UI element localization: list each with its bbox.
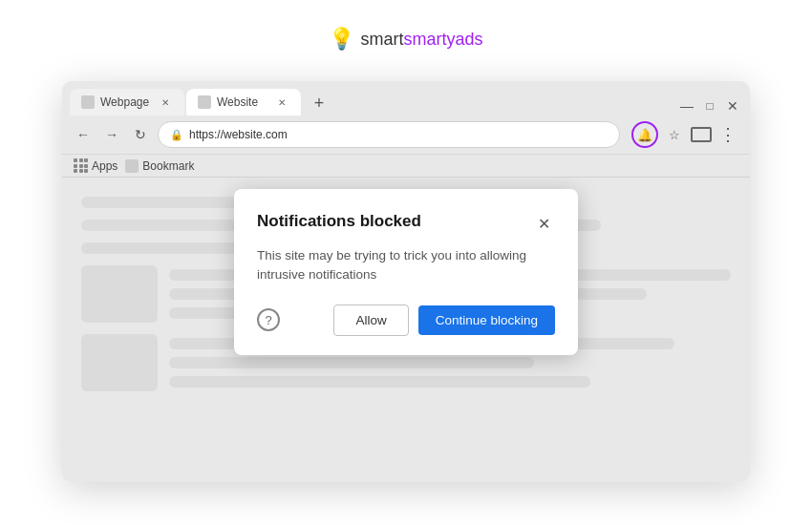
maximize-button[interactable]: □ (700, 96, 719, 116)
logo-area: 💡 smartsmartyads (329, 27, 482, 52)
skeleton-line-8 (169, 357, 534, 368)
apps-button[interactable]: Apps (74, 158, 118, 173)
star-icon[interactable]: ☆ (662, 122, 687, 147)
tab-close-website[interactable]: ✕ (274, 94, 289, 110)
skeleton-img-2 (81, 334, 158, 391)
skeleton-line-9 (169, 376, 590, 388)
browser-content: Notifications blocked ✕ This site may be… (62, 178, 750, 482)
popup-header: Notifications blocked ✕ (257, 212, 555, 235)
popup-close-button[interactable]: ✕ (532, 212, 555, 235)
help-icon[interactable]: ? (257, 308, 280, 331)
close-button[interactable]: ✕ (723, 96, 742, 116)
tab-webpage[interactable]: Webpage ✕ (70, 89, 184, 116)
new-tab-button[interactable]: + (307, 91, 331, 116)
logo-icon: 💡 (329, 27, 354, 52)
apps-label: Apps (92, 159, 118, 173)
bookmark-button[interactable]: Bookmark (125, 159, 194, 173)
bookmark-label: Bookmark (142, 159, 194, 173)
popup-body: This site may be trying to trick you int… (257, 246, 555, 285)
logo-text: smartsmartyads (360, 30, 482, 50)
reload-button[interactable]: ↻ (129, 123, 152, 146)
address-bar-row: ← → ↻ 🔒 https://website.com 🔔 ☆ ⋮ (62, 116, 750, 154)
browser-actions: 🔔 ☆ ⋮ (631, 121, 740, 148)
allow-button[interactable]: Allow (333, 304, 408, 336)
notification-popup: Notifications blocked ✕ This site may be… (234, 189, 578, 355)
bookmark-favicon (125, 159, 139, 173)
lock-icon: 🔒 (170, 129, 183, 141)
bookmarks-bar: Apps Bookmark (62, 154, 750, 177)
popup-title: Notifications blocked (257, 212, 421, 231)
forward-button[interactable]: → (100, 123, 123, 146)
tab-bar: Webpage ✕ Website ✕ + — □ (62, 81, 750, 116)
notifications-blocked-icon[interactable]: 🔔 (631, 121, 658, 148)
browser-window: Webpage ✕ Website ✕ + — □ (62, 81, 750, 482)
continue-blocking-button[interactable]: Continue blocking (418, 305, 555, 335)
tab-website[interactable]: Website ✕ (186, 89, 301, 116)
back-button[interactable]: ← (72, 123, 95, 146)
more-button[interactable]: ⋮ (716, 122, 740, 147)
apps-grid-icon (74, 158, 88, 173)
cast-icon[interactable] (691, 127, 712, 142)
page-wrapper: 💡 smartsmartyads Webpage ✕ Website ✕ (0, 0, 812, 525)
address-text: https://website.com (189, 128, 288, 141)
tab-title-webpage: Webpage (100, 95, 152, 109)
browser-chrome: Webpage ✕ Website ✕ + — □ (62, 81, 750, 178)
popup-actions: ? Allow Continue blocking (257, 304, 555, 336)
minimize-button[interactable]: — (677, 96, 696, 116)
tab-close-webpage[interactable]: ✕ (158, 94, 173, 110)
tab-title-website: Website (217, 95, 268, 109)
skeleton-img-1 (81, 265, 158, 323)
tab-favicon-2 (198, 95, 211, 109)
window-controls: — □ ✕ (677, 96, 742, 116)
address-bar[interactable]: 🔒 https://website.com (158, 121, 620, 148)
tab-favicon (81, 95, 95, 109)
